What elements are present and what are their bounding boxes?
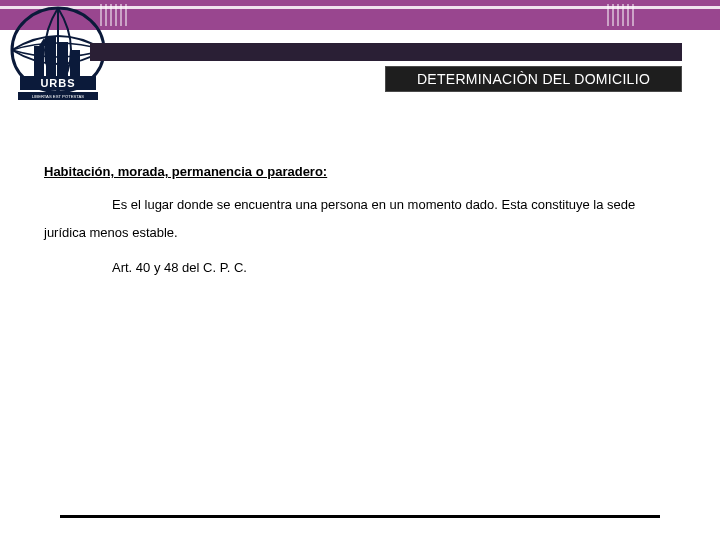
body-heading: Habitación, morada, permanencia o parade… (44, 158, 680, 187)
svg-text:URBS: URBS (40, 77, 75, 89)
svg-rect-4 (58, 42, 68, 78)
slide-title-pill: DETERMINACIÒN DEL DOMICILIO (385, 66, 682, 92)
svg-rect-5 (70, 50, 80, 78)
svg-rect-2 (34, 46, 44, 78)
logo-motto: LIBERTAS EST POTESTAS (32, 94, 84, 99)
header-decor-right (607, 4, 634, 26)
bottom-rule (60, 515, 660, 518)
header-bar (0, 0, 720, 30)
slide-title: DETERMINACIÒN DEL DOMICILIO (417, 71, 650, 87)
body-paragraph: Es el lugar donde se encuentra una perso… (44, 191, 680, 248)
dark-band (90, 43, 682, 61)
body-legal-reference: Art. 40 y 48 del C. P. C. (44, 254, 680, 283)
slide-body: Habitación, morada, permanencia o parade… (44, 158, 680, 282)
svg-rect-3 (46, 36, 56, 78)
